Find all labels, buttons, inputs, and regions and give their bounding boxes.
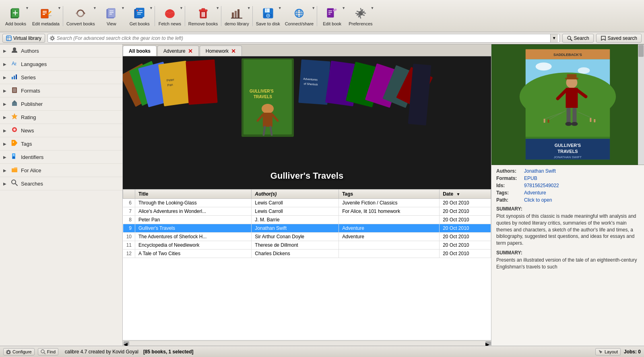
sidebar-item-publisher[interactable]: ▶ Publisher — [0, 97, 122, 111]
toolbar-demo-library[interactable]: demo library ▼ — [222, 4, 252, 28]
table-row[interactable]: 10 The Adventures of Sherlock H... Sir A… — [123, 233, 491, 241]
scrollbar-track[interactable] — [129, 341, 485, 345]
save-to-disk-dropdown-arrow[interactable]: ▼ — [278, 6, 282, 10]
summary-section-1: SUMMARY: Plot synopsis of this classic i… — [496, 206, 639, 247]
toolbar-view[interactable]: View ▼ — [97, 4, 126, 28]
svg-rect-127 — [590, 118, 591, 122]
tab-homework[interactable]: Homework ✕ — [200, 45, 242, 56]
row-author: Sir Arthur Conan Doyle — [252, 233, 339, 241]
edit-metadata-dropdown-arrow[interactable]: ▼ — [58, 6, 61, 10]
toolbar-convert-books[interactable]: Convert books ▼ — [64, 4, 97, 28]
saved-search-button[interactable]: Saved search — [596, 34, 642, 43]
svg-rect-117 — [566, 78, 578, 79]
table-row[interactable]: 11 Encyclopedia of Needlework Therese de… — [123, 241, 491, 250]
connect-share-dropdown-arrow[interactable]: ▼ — [312, 6, 315, 10]
svg-point-138 — [8, 351, 9, 353]
virtual-library-button[interactable]: Virtual library — [2, 34, 45, 43]
tab-homework-close[interactable]: ✕ — [231, 48, 236, 54]
scrollbar-right-arrow[interactable]: ▶ — [485, 341, 491, 345]
book-cover-carousel[interactable]: Peter Pan GULLIVER'S TRAVELS — [123, 56, 491, 189]
configure-button[interactable]: Configure — [3, 348, 35, 355]
book-list: Title Author(s) Tags Date ▼ 6 Through th… — [123, 189, 491, 340]
table-row[interactable]: 7 Alice's Adventures in Wonderl... Lewis… — [123, 207, 491, 216]
edit-book-icon — [325, 6, 339, 21]
search-button-icon — [567, 35, 572, 41]
series-icon — [10, 73, 19, 82]
sidebar-item-languages[interactable]: ▶ Az Languages — [0, 58, 122, 71]
save-to-disk-icon — [261, 6, 275, 21]
toolbar-connect-share[interactable]: Connect/share ▼ — [283, 4, 316, 28]
sidebar-item-authors[interactable]: ▶ Authors — [0, 44, 122, 58]
col-tags[interactable]: Tags — [339, 190, 440, 199]
row-num: 6 — [123, 199, 135, 207]
add-books-dropdown-arrow[interactable]: ▼ — [25, 6, 29, 10]
find-button[interactable]: Find — [38, 348, 58, 355]
demo-library-dropdown-arrow[interactable]: ▼ — [247, 6, 251, 10]
get-books-dropdown-arrow[interactable]: ▼ — [149, 6, 153, 10]
col-title[interactable]: Title — [135, 190, 252, 199]
svg-text:SADDLEBACK'S: SADDLEBACK'S — [553, 53, 582, 57]
news-icon — [10, 126, 19, 135]
languages-chevron: ▶ — [3, 62, 8, 66]
col-date[interactable]: Date ▼ — [440, 190, 491, 199]
row-author: Lewis Carroll — [252, 199, 339, 207]
toolbar-get-books[interactable]: Get books ▼ — [126, 4, 154, 28]
sidebar-item-searches[interactable]: ▶ Searches — [0, 177, 122, 190]
remove-books-dropdown-arrow[interactable]: ▼ — [216, 6, 219, 10]
svg-rect-61 — [16, 74, 17, 79]
col-author[interactable]: Author(s) — [252, 190, 339, 199]
layout-button[interactable]: Layout — [595, 348, 621, 355]
sidebar-item-formats[interactable]: ▶ Formats — [0, 84, 122, 97]
connect-share-icon — [292, 6, 306, 21]
tab-all-books[interactable]: All books — [123, 45, 157, 56]
sidebar-item-series[interactable]: ▶ Series — [0, 71, 122, 84]
toolbar-preferences[interactable]: Preferences ▼ — [346, 4, 375, 28]
tab-adventure-close[interactable]: ✕ — [188, 48, 193, 54]
svg-rect-128 — [594, 119, 595, 122]
svg-rect-32 — [231, 18, 242, 19]
search-gear-icon[interactable] — [50, 35, 55, 41]
scrollbar-left-arrow[interactable]: ◀ — [124, 341, 129, 345]
sidebar-item-news[interactable]: ▶ News — [0, 124, 122, 137]
toolbar-sep-1 — [63, 6, 63, 26]
view-dropdown-arrow[interactable]: ▼ — [121, 6, 125, 10]
sidebar-item-tags[interactable]: ▶ Tags — [0, 137, 122, 151]
svg-rect-90 — [263, 113, 272, 127]
convert-books-dropdown-arrow[interactable]: ▼ — [93, 6, 97, 10]
toolbar-fetch-news[interactable]: Fetch news ▼ — [156, 4, 184, 28]
toolbar-remove-books[interactable]: Remove books ▼ — [186, 4, 220, 28]
search-input-dropdown[interactable]: ▼ — [550, 34, 558, 42]
row-date: 20 Oct 2010 — [440, 241, 491, 250]
table-row[interactable]: 6 Through the Looking-Glass Lewis Carrol… — [123, 199, 491, 207]
date-sort-arrow: ▼ — [456, 192, 460, 196]
row-date: 20 Oct 2010 — [440, 250, 491, 258]
view-icon — [104, 6, 119, 21]
convert-books-icon — [73, 6, 88, 21]
row-num: 10 — [123, 233, 135, 241]
table-scrollbar-horizontal[interactable]: ◀ ▶ — [123, 340, 491, 346]
col-num[interactable] — [123, 190, 135, 199]
toolbar-edit-book[interactable]: Edit book ▼ — [318, 4, 346, 28]
svg-rect-118 — [566, 88, 578, 108]
preferences-dropdown-arrow[interactable]: ▼ — [371, 6, 374, 10]
sidebar-item-for-alice[interactable]: ▶ For Alice — [0, 164, 122, 177]
sidebar-item-rating[interactable]: ▶ Rating — [0, 111, 122, 124]
svg-rect-71 — [12, 157, 15, 159]
table-row[interactable]: 12 A Tale of Two Cities Charles Dickens … — [123, 250, 491, 258]
search-button[interactable]: Search — [562, 34, 594, 43]
fetch-news-dropdown-arrow[interactable]: ▼ — [180, 6, 183, 10]
table-row[interactable]: 8 Peter Pan J. M. Barrie 20 Oct 2010 — [123, 216, 491, 224]
sidebar-item-identifiers[interactable]: ▶ Identifiers — [0, 151, 122, 164]
toolbar-edit-metadata[interactable]: Edit metadata ▼ — [30, 4, 62, 28]
toolbar-add-books[interactable]: Add books ▼ — [2, 4, 30, 28]
svg-point-124 — [571, 122, 578, 126]
search-input[interactable] — [57, 35, 550, 41]
content-area: All books Adventure ✕ Homework ✕ — [123, 44, 491, 346]
tab-adventure[interactable]: Adventure ✕ — [157, 45, 199, 56]
table-row[interactable]: 9 Gulliver's Travels Jonathan Swift Adve… — [123, 224, 491, 233]
toolbar-save-to-disk[interactable]: Save to disk ▼ — [254, 4, 283, 28]
remove-books-icon — [196, 6, 211, 21]
fetch-news-icon — [163, 6, 177, 21]
svg-line-76 — [15, 184, 17, 186]
edit-book-dropdown-arrow[interactable]: ▼ — [342, 6, 345, 10]
